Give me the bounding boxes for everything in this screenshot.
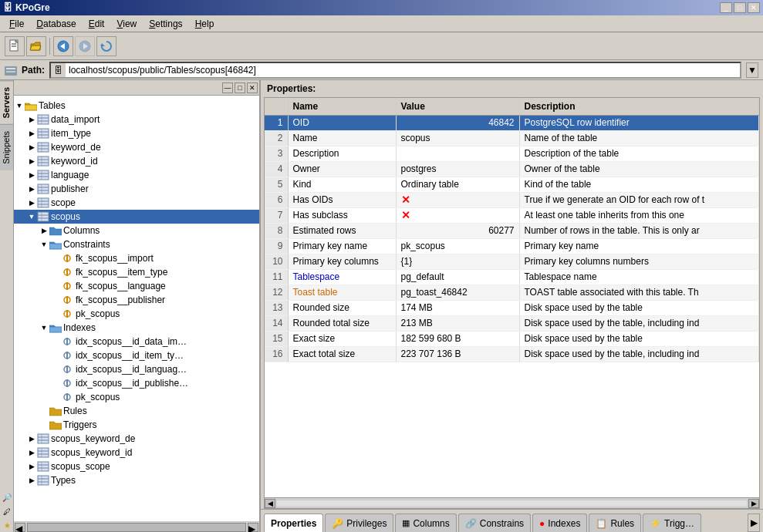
- prop-scroll-left[interactable]: ◀: [265, 499, 275, 508]
- tree-item-publisher[interactable]: ▶publisher: [14, 182, 259, 196]
- table-row[interactable]: 12Toast tablepg_toast_46842TOAST table a…: [265, 285, 759, 300]
- table-row[interactable]: 10Primary key columns{1}Primary key colu…: [265, 254, 759, 269]
- tree-item-rules[interactable]: Rules: [14, 404, 259, 418]
- hscroll-left[interactable]: ◀: [15, 523, 25, 532]
- tab-properties[interactable]: Properties: [264, 513, 323, 532]
- sidebar-tab-snippets[interactable]: Snippets: [0, 124, 13, 170]
- tree-item-idx4[interactable]: idx_scopus__id_publishe…: [14, 376, 259, 390]
- table-row[interactable]: 16Exact total size223 707 136 BDisk spac…: [265, 346, 759, 362]
- prop-scroll-right[interactable]: ▶: [748, 499, 759, 508]
- menu-file[interactable]: File: [3, 17, 30, 31]
- tree-item-triggers[interactable]: Triggers: [14, 418, 259, 432]
- tree-item-fk_scopus__publisher[interactable]: fk_scopus__publisher: [14, 293, 259, 307]
- svg-rect-17: [38, 129, 49, 138]
- row-num: 2: [265, 130, 288, 146]
- tree-minimize-btn[interactable]: —: [222, 82, 233, 93]
- table-row[interactable]: 4OwnerpostgresOwner of the table: [265, 161, 759, 177]
- tree-item-idx3[interactable]: idx_scopus__id_languag…: [14, 362, 259, 376]
- table-icon: [37, 211, 49, 222]
- tree-item-tables[interactable]: ▼Tables: [14, 99, 259, 113]
- tree-item-scope[interactable]: ▶scope: [14, 196, 259, 210]
- tree-maximize-btn[interactable]: □: [235, 82, 245, 93]
- sidebar-icon-2[interactable]: 🖊: [0, 504, 14, 518]
- tree-item-scopus_keyword_de[interactable]: ▶scopus_keyword_de: [14, 432, 259, 446]
- menu-view[interactable]: View: [110, 17, 143, 31]
- svg-marker-8: [100, 43, 105, 46]
- row-name: Kind: [288, 177, 396, 192]
- table-row[interactable]: 8Estimated rows60277Number of rows in th…: [265, 223, 759, 238]
- sidebar-tab-servers[interactable]: Servers: [0, 80, 13, 124]
- sidebar-icon-3[interactable]: ★: [0, 518, 14, 532]
- tab-nav-button[interactable]: ▶: [748, 513, 760, 532]
- tree-item-pk_scopus1[interactable]: pk_scopus: [14, 307, 259, 321]
- table-row[interactable]: 6Has OIDs✕True if we generate an OID for…: [265, 192, 759, 207]
- tree-label: data_import: [51, 114, 100, 125]
- row-num: 1: [265, 115, 288, 130]
- menu-database[interactable]: Database: [30, 17, 82, 31]
- menu-edit[interactable]: Edit: [83, 17, 111, 31]
- tree-item-pk_scopus2[interactable]: pk_scopus: [14, 390, 259, 404]
- properties-table-wrap[interactable]: Name Value Description 1OID46842PostgreS…: [264, 97, 760, 498]
- tree-content[interactable]: ▼Tables▶data_import▶item_type▶keyword_de…: [14, 96, 259, 521]
- forward-button[interactable]: [75, 36, 95, 56]
- open-button[interactable]: [26, 36, 46, 56]
- table-row[interactable]: 14Rounded total size213 MBDisk space use…: [265, 315, 759, 331]
- table-icon: [37, 461, 49, 472]
- tab-rules[interactable]: 📋 Rules: [589, 513, 641, 532]
- table-row[interactable]: 15Exact size182 599 680 BDisk space used…: [265, 331, 759, 346]
- tree-item-columns[interactable]: ▶Columns: [14, 224, 259, 237]
- content-panel: Properties: Name Value Description 1OID4…: [261, 80, 763, 532]
- path-input[interactable]: [66, 63, 740, 77]
- tree-item-item_type[interactable]: ▶item_type: [14, 126, 259, 140]
- tree-item-idx2[interactable]: idx_scopus__id_item_ty…: [14, 348, 259, 362]
- properties-hscroll[interactable]: ◀ ▶: [264, 498, 760, 509]
- tree-hscroll[interactable]: ◀ ▶: [14, 521, 259, 532]
- tree-item-fk_scopus__item_type[interactable]: fk_scopus__item_type: [14, 265, 259, 279]
- table-row[interactable]: 7Has subclass✕At least one table inherit…: [265, 207, 759, 223]
- tree-item-keyword_id[interactable]: ▶keyword_id: [14, 154, 259, 168]
- table-row[interactable]: 9Primary key namepk_scopusPrimary key na…: [265, 238, 759, 254]
- constraint-icon: [62, 281, 74, 291]
- prop-scroll-track[interactable]: [276, 500, 748, 507]
- tree-item-keyword_de[interactable]: ▶keyword_de: [14, 140, 259, 154]
- menu-settings[interactable]: Settings: [143, 17, 188, 31]
- back-button[interactable]: [53, 36, 73, 56]
- new-button[interactable]: [5, 36, 25, 56]
- row-description: Kind of the table: [519, 177, 759, 192]
- tab-indexes[interactable]: ● Indexes: [532, 513, 587, 532]
- table-row[interactable]: 2NamescopusName of the table: [265, 130, 759, 146]
- tab-constrains[interactable]: 🔗 Constrains: [458, 513, 531, 532]
- hscroll-track[interactable]: [27, 523, 246, 532]
- table-row[interactable]: 11Tablespacepg_defaultTablespace name: [265, 269, 759, 285]
- minimize-button[interactable]: _: [720, 2, 732, 13]
- menu-help[interactable]: Help: [189, 17, 221, 31]
- tree-item-fk_scopus__import[interactable]: fk_scopus__import: [14, 251, 259, 265]
- hscroll-right[interactable]: ▶: [248, 523, 258, 532]
- table-row[interactable]: 3DescriptionDescription of the table: [265, 146, 759, 161]
- tab-privileges[interactable]: 🔑 Privileges: [325, 513, 393, 532]
- table-row[interactable]: 5KindOrdinary tableKind of the table: [265, 177, 759, 192]
- table-row[interactable]: 1OID46842PostgreSQL row identifier: [265, 115, 759, 130]
- path-dropdown-button[interactable]: ▼: [746, 62, 758, 78]
- tab-columns[interactable]: ▦ Columns: [395, 513, 456, 532]
- tree-label: keyword_id: [51, 156, 98, 167]
- table-row[interactable]: 13Rounded size174 MBDisk space used by t…: [265, 300, 759, 315]
- tree-item-idx1[interactable]: idx_scopus__id_data_im…: [14, 335, 259, 348]
- tree-label: Rules: [63, 406, 87, 416]
- tree-item-scopus_keyword_id[interactable]: ▶scopus_keyword_id: [14, 446, 259, 460]
- maximize-button[interactable]: □: [734, 2, 746, 13]
- refresh-button[interactable]: [96, 36, 116, 56]
- tree-item-constraints[interactable]: ▼Constraints: [14, 237, 259, 251]
- tree-item-scopus[interactable]: ▼scopus: [14, 210, 259, 224]
- tree-item-indexes[interactable]: ▼Indexes: [14, 321, 259, 335]
- app-title: KPoGre: [15, 2, 50, 13]
- tree-item-types[interactable]: ▶Types: [14, 473, 259, 487]
- tree-close-btn[interactable]: ✕: [247, 82, 258, 93]
- tab-triggers[interactable]: ⚡ Trigg…: [643, 513, 701, 532]
- close-button[interactable]: ✕: [748, 2, 760, 13]
- tree-item-fk_scopus__language[interactable]: fk_scopus__language: [14, 279, 259, 293]
- tree-item-data_import[interactable]: ▶data_import: [14, 113, 259, 126]
- tree-item-scopus_scope[interactable]: ▶scopus_scope: [14, 460, 259, 473]
- tree-item-language[interactable]: ▶language: [14, 168, 259, 182]
- sidebar-icon-1[interactable]: 🔎: [0, 490, 14, 504]
